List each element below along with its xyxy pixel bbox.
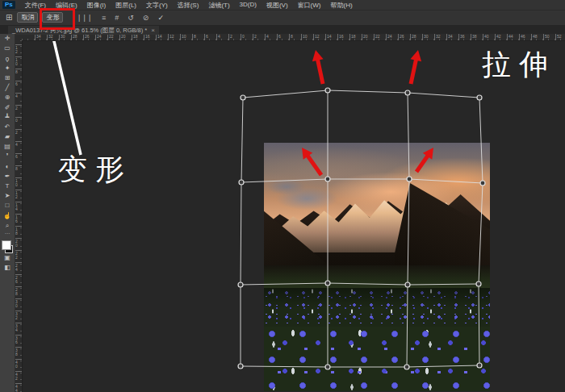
h-ruler-label: 6 — [206, 34, 208, 39]
quick-selection-tool[interactable]: ✦ — [1, 64, 14, 73]
edit-toolbar-icon[interactable]: ⋯ — [1, 231, 14, 238]
v-ruler-label: 3 0 — [15, 300, 18, 308]
menu-type[interactable]: 文字(Y) — [141, 1, 173, 10]
commit-transform-icon[interactable]: ✓ — [157, 14, 163, 22]
menu-bar: Ps 文件(F)编辑(E)图像(I)图层(L)文字(Y)选择(S)滤镜(T)3D… — [0, 0, 565, 10]
warp-mode-button[interactable]: 变形 — [42, 12, 63, 23]
pen-tool[interactable]: ✒ — [1, 172, 14, 181]
red-arrow — [312, 50, 324, 61]
menu-window[interactable]: 窗口(W) — [293, 1, 326, 10]
cancel-transform-icon[interactable]: ⊘ — [143, 14, 149, 22]
v-ruler-label: 4 4 — [15, 385, 18, 392]
gradient-tool[interactable]: ▤ — [1, 142, 14, 152]
v-ruler-label: 0 — [15, 119, 18, 123]
marquee-tool[interactable]: ▭ — [1, 44, 14, 53]
menu-file[interactable]: 文件(F) — [20, 1, 51, 10]
menu-view[interactable]: 视图(V) — [262, 1, 293, 10]
warp-control-point[interactable] — [405, 90, 410, 95]
menu-select[interactable]: 选择(S) — [173, 1, 204, 10]
menu-layer[interactable]: 图层(L) — [111, 1, 141, 10]
warp-control-point[interactable] — [325, 365, 330, 369]
document-tab-title: _WDA0137-2 拷贝.jpg @ 61.5% (图层 0, RGB/8) … — [12, 26, 147, 35]
history-brush-tool[interactable]: ↶ — [1, 123, 14, 132]
warp-control-point[interactable] — [477, 95, 482, 100]
h-ruler-label: 32 — [436, 34, 441, 39]
split-warp-vertical-icon[interactable]: ❘❘❘ — [76, 14, 92, 22]
path-selection-tool[interactable]: ➤ — [1, 191, 14, 201]
screen-mode-icon[interactable]: ◧ — [1, 263, 14, 273]
h-ruler-label: 16 — [339, 34, 344, 39]
menu-help[interactable]: 帮助(H) — [326, 1, 358, 10]
menu-3d[interactable]: 3D(D) — [235, 1, 262, 10]
shape-tool[interactable]: □ — [1, 201, 14, 211]
cancel-button[interactable]: 取消 — [17, 12, 38, 23]
horizontal-ruler[interactable]: 3432302826242220181614121086420246810121… — [22, 34, 565, 41]
warp-control-point[interactable] — [477, 363, 482, 368]
document-tab[interactable]: _WDA0137-2 拷贝.jpg @ 61.5% (图层 0, RGB/8) … — [8, 25, 159, 35]
warp-control-point[interactable] — [405, 282, 410, 287]
reset-transform-icon[interactable]: ↺ — [128, 14, 133, 22]
reference-point-icon[interactable]: ⊞ — [6, 13, 12, 22]
warp-control-point[interactable] — [238, 282, 243, 287]
quick-mask-icon[interactable]: ▣ — [1, 253, 14, 263]
v-ruler-label: 1 2 — [15, 46, 18, 54]
menu-items: 文件(F)编辑(E)图像(I)图层(L)文字(Y)选择(S)滤镜(T)3D(D)… — [20, 1, 358, 10]
h-ruler-label: 12 — [315, 34, 320, 39]
warp-grid-overlay — [0, 0, 565, 392]
hand-tool[interactable]: ☝ — [1, 211, 14, 221]
v-ruler-label: 3 8 — [15, 348, 18, 357]
type-tool[interactable]: T — [1, 181, 14, 191]
warp-control-point[interactable] — [476, 281, 481, 286]
v-ruler-label: 1 8 — [15, 227, 18, 236]
warp-control-point[interactable] — [325, 177, 330, 181]
h-ruler-label: 2 — [230, 34, 232, 39]
v-ruler-label: 4 0 — [15, 361, 18, 369]
v-ruler-label: 2 4 — [15, 264, 18, 272]
h-ruler-label: 34 — [448, 34, 453, 39]
foreground-color-swatch[interactable] — [2, 240, 11, 250]
eyedropper-tool[interactable]: ╱ — [1, 83, 14, 93]
v-ruler-label: 8 — [15, 167, 18, 171]
v-ruler-label: 4 — [15, 143, 18, 147]
tab-close-icon[interactable]: × — [151, 26, 155, 35]
h-ruler-label: 6 — [278, 34, 281, 39]
h-ruler-label: 8 — [194, 34, 196, 39]
h-ruler-label: 48 — [533, 34, 538, 39]
zoom-tool[interactable]: ⌕ — [1, 221, 14, 231]
h-ruler-label: 22 — [375, 34, 380, 39]
menu-filter[interactable]: 滤镜(T) — [203, 1, 234, 10]
v-ruler-label: 2 2 — [15, 252, 18, 260]
warp-control-point[interactable] — [241, 95, 245, 100]
menu-image[interactable]: 图像(I) — [82, 1, 111, 10]
vertical-ruler[interactable]: 1 21 08642024681 01 21 41 61 82 02 22 42… — [15, 40, 23, 392]
warp-grid-icon[interactable]: # — [115, 14, 118, 22]
red-arrow — [416, 155, 429, 172]
menu-edit[interactable]: 编辑(E) — [51, 1, 82, 10]
clone-stamp-tool[interactable]: ┻ — [1, 113, 14, 123]
crop-tool[interactable]: ⊞ — [1, 73, 14, 83]
blur-tool[interactable]: ❜ — [1, 152, 14, 161]
warp-control-point[interactable] — [480, 181, 485, 186]
h-ruler-label: 50 — [545, 34, 550, 39]
warp-control-point[interactable] — [238, 364, 243, 369]
warp-grid-line — [241, 365, 479, 367]
warp-control-point[interactable] — [325, 88, 330, 93]
document-tab-bar: _WDA0137-2 拷贝.jpg @ 61.5% (图层 0, RGB/8) … — [0, 25, 565, 34]
warp-control-point[interactable] — [404, 365, 409, 369]
dodge-tool[interactable]: ◐ — [1, 162, 14, 172]
warp-control-point[interactable] — [325, 281, 330, 286]
lasso-tool[interactable]: ϙ — [1, 54, 14, 64]
h-ruler-label: 2 — [254, 34, 257, 39]
ruler-origin-corner[interactable] — [15, 34, 22, 40]
h-ruler-label: 28 — [412, 34, 416, 39]
spot-healing-tool[interactable]: ⊕ — [1, 93, 14, 102]
split-warp-horizontal-icon[interactable]: ≡ — [102, 14, 105, 22]
red-arrow — [317, 59, 323, 84]
warp-control-point[interactable] — [407, 177, 412, 181]
color-swatches[interactable] — [2, 240, 13, 253]
h-ruler-label: 20 — [363, 34, 368, 39]
warp-control-point[interactable] — [239, 180, 244, 185]
eraser-tool[interactable]: ▰ — [1, 132, 14, 142]
move-tool[interactable]: ✛ — [1, 34, 14, 44]
brush-tool[interactable]: ✐ — [1, 103, 14, 113]
